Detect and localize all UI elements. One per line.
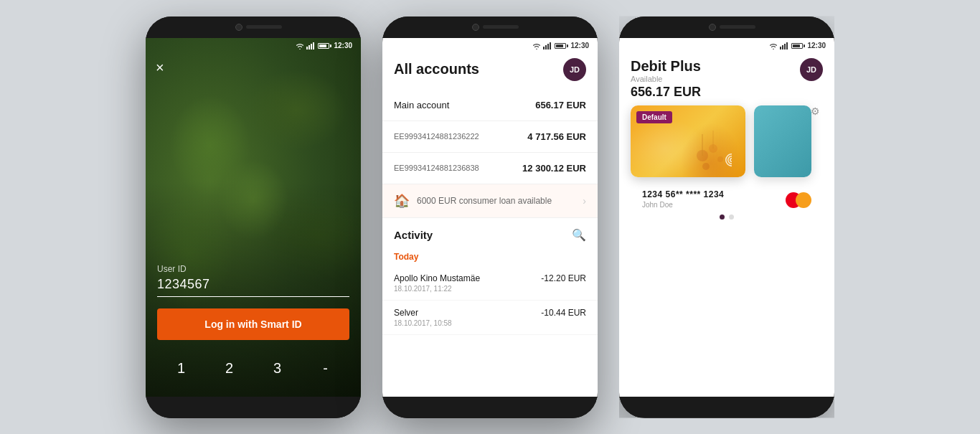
phone1-top-bar (146, 16, 361, 38)
phone3-top-bar (619, 16, 834, 38)
time-display-2: 12:30 (570, 42, 589, 49)
status-icons-3: 12:30 (769, 42, 826, 49)
numpad-key-dash[interactable]: - (301, 352, 349, 385)
phone2-bottom-bar (382, 397, 598, 418)
dot-1[interactable] (720, 214, 725, 220)
transaction-amount-1: -12.20 EUR (541, 273, 586, 283)
numpad: 1 2 3 - (157, 352, 349, 385)
user-avatar-2[interactable]: JD (563, 58, 586, 81)
transaction-amount-2: -10.44 EUR (541, 308, 586, 318)
account-main-name: Main account (394, 100, 449, 110)
merchant-name-2: Selver (394, 308, 452, 318)
phone1-speaker (246, 25, 282, 29)
numpad-key-2[interactable]: 2 (205, 352, 253, 385)
card-section: ⚙ Default (619, 105, 834, 220)
time-display-3: 12:30 (807, 42, 826, 49)
phone2-screen: 12:30 All accounts JD Main account 656.1… (382, 38, 598, 397)
phones-container: 12:30 × User ID 1234567 Log in with Smar… (146, 16, 834, 418)
user-avatar-3[interactable]: JD (800, 58, 823, 81)
phone1-screen: 12:30 × User ID 1234567 Log in with Smar… (146, 38, 361, 397)
user-id-value[interactable]: 1234567 (157, 277, 349, 297)
battery-icon-2 (555, 43, 566, 49)
account-ee2-amount: 12 300.12 EUR (522, 163, 586, 174)
user-id-label: User ID (157, 264, 349, 274)
phone2-camera (472, 24, 479, 31)
secondary-card[interactable] (754, 105, 811, 177)
signal-icon-3 (780, 42, 788, 49)
close-button[interactable]: × (156, 60, 164, 76)
chevron-right-icon: › (583, 195, 586, 207)
transaction-time-1: 18.10.2017, 11:22 (394, 285, 480, 293)
merchant-name-1: Apollo Kino Mustamäe (394, 273, 480, 283)
phone-login: 12:30 × User ID 1234567 Log in with Smar… (146, 16, 361, 418)
card-details: 1234 56** **** 1234 John Doe (642, 189, 724, 209)
card-number: 1234 56** **** 1234 (642, 189, 724, 199)
loan-banner[interactable]: 🏠 6000 EUR consumer loan available › (382, 184, 598, 218)
account-list: Main account 656.17 EUR EE99934124881236… (382, 90, 598, 184)
battery-icon (318, 43, 329, 49)
phone1-status-bar: 12:30 (146, 38, 361, 54)
time-display: 12:30 (334, 42, 352, 49)
phone3-screen: 12:30 Debit Plus Available 656.17 EUR JD… (619, 38, 834, 397)
activity-header: Activity 🔍 (382, 218, 598, 247)
phone3-speaker (720, 25, 755, 29)
wifi-icon-2 (532, 42, 541, 49)
wifi-icon-3 (769, 42, 778, 49)
svg-point-2 (702, 163, 710, 170)
account-ee2[interactable]: EE99934124881236838 12 300.12 EUR (382, 153, 598, 184)
svg-point-3 (717, 156, 723, 162)
transaction-apollo[interactable]: Apollo Kino Mustamäe 18.10.2017, 11:22 -… (382, 266, 598, 301)
status-icons: 12:30 (296, 42, 352, 49)
available-label: Available (631, 75, 701, 83)
transaction-selver[interactable]: Selver 18.10.2017, 10:58 -10.44 EUR (382, 301, 598, 335)
debit-balance: 656.17 EUR (631, 85, 701, 100)
account-ee1-name: EE99934124881236222 (394, 132, 479, 141)
card-row: Default (631, 105, 823, 181)
activity-title: Activity (394, 229, 433, 241)
signal-icon-2 (543, 42, 551, 49)
debit-title: Debit Plus (631, 58, 701, 75)
phone2-speaker (483, 25, 519, 29)
account-main-amount: 656.17 EUR (535, 100, 586, 110)
house-icon: 🏠 (394, 193, 410, 209)
activity-date: Today (382, 247, 598, 266)
loan-text: 6000 EUR consumer loan available (417, 196, 575, 206)
account-main[interactable]: Main account 656.17 EUR (382, 90, 598, 121)
phone1-login-content: User ID 1234567 Log in with Smart ID 1 2… (146, 264, 361, 397)
transaction-apollo-info: Apollo Kino Mustamäe 18.10.2017, 11:22 (394, 273, 480, 293)
search-icon[interactable]: 🔍 (572, 228, 586, 242)
signal-icon (306, 42, 314, 49)
battery-icon-3 (791, 43, 803, 49)
card-info-row: 1234 56** **** 1234 John Doe (631, 189, 823, 209)
phone-debit: 12:30 Debit Plus Available 656.17 EUR JD… (619, 16, 834, 418)
mastercard-logo (786, 192, 811, 208)
dot-2[interactable] (729, 214, 734, 220)
card-holder-name: John Doe (642, 201, 724, 209)
smart-id-login-button[interactable]: Log in with Smart ID (157, 308, 349, 340)
debit-header-left: Debit Plus Available 656.17 EUR (631, 58, 701, 100)
numpad-key-3[interactable]: 3 (253, 352, 301, 385)
phone2-status-bar: 12:30 (382, 38, 598, 54)
wifi-icon (296, 42, 304, 49)
phone3-status-bar: 12:30 (619, 38, 834, 54)
primary-card[interactable]: Default (631, 105, 745, 177)
transaction-time-2: 18.10.2017, 10:58 (394, 319, 452, 327)
mastercard-circle-orange (796, 192, 811, 208)
phone1-camera (235, 24, 242, 31)
accounts-title: All accounts (394, 61, 479, 77)
numpad-key-1[interactable]: 1 (157, 352, 205, 385)
transaction-selver-info: Selver 18.10.2017, 10:58 (394, 308, 452, 327)
nfc-icon (725, 154, 738, 170)
default-badge: Default (636, 111, 672, 123)
card-pagination-dots (631, 214, 823, 220)
phone2-top-bar (382, 16, 598, 38)
account-ee2-name: EE99934124881236838 (394, 164, 479, 172)
account-ee1[interactable]: EE99934124881236222 4 717.56 EUR (382, 121, 598, 153)
phone3-bottom-bar (619, 397, 834, 418)
account-ee1-amount: 4 717.56 EUR (527, 131, 586, 142)
phone3-camera (709, 24, 716, 31)
status-icons-2: 12:30 (532, 42, 589, 49)
card-floral-decoration (688, 127, 731, 177)
phone-accounts: 12:30 All accounts JD Main account 656.1… (382, 16, 598, 418)
phone1-bottom-bar (146, 397, 361, 418)
